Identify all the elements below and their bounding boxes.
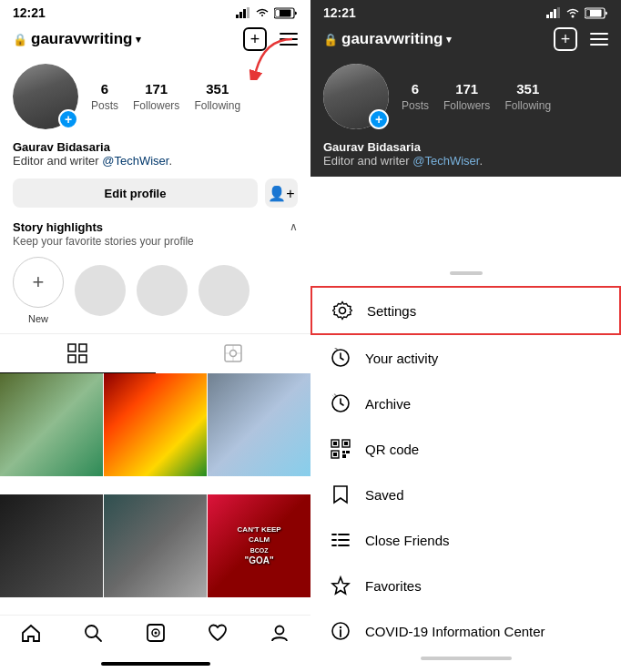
avatar-container: + — [13, 64, 78, 129]
nav-home[interactable] — [0, 623, 62, 643]
wifi-icon-right — [565, 7, 580, 18]
highlights-title: Story highlights — [13, 220, 194, 234]
star-icon — [331, 575, 351, 596]
highlight-circle-3[interactable] — [199, 265, 249, 316]
right-username-container[interactable]: 🔒 gauravwriting ▾ — [323, 30, 452, 48]
lock-icon: 🔒 — [13, 33, 27, 46]
bottom-nav — [0, 615, 310, 656]
menu-item-your-activity[interactable]: Your activity — [310, 335, 621, 381]
nav-likes[interactable] — [187, 623, 249, 643]
photo-grid: CAN'T KEEP CALM BCOZ "GOA" — [0, 373, 310, 615]
dimmed-bg: 12:21 — [310, 0, 621, 177]
right-profile-stats: 6 Posts 171 Followers 351 Following — [402, 81, 551, 113]
grid-cell-2[interactable] — [104, 373, 207, 476]
qr-code-icon — [329, 437, 352, 461]
right-followers-count: 171 — [443, 81, 490, 97]
chevron-down-icon: ▾ — [136, 34, 141, 46]
settings-label: Settings — [367, 303, 416, 319]
right-following-label: Following — [504, 99, 551, 112]
posts-label: Posts — [91, 99, 118, 112]
highlight-circle-2[interactable] — [137, 265, 188, 316]
right-following-stat[interactable]: 351 Following — [504, 81, 551, 113]
right-header-actions: + — [554, 27, 608, 51]
menu-item-qr-code[interactable]: QR code — [310, 426, 621, 472]
svg-line-15 — [97, 636, 102, 642]
highlight-circle-1[interactable] — [75, 265, 126, 316]
tab-grid[interactable] — [0, 334, 156, 373]
highlights-text: Story highlights Keep your favorite stor… — [13, 220, 194, 248]
menu-line-3 — [280, 44, 298, 46]
new-highlight-circle[interactable]: + — [13, 257, 64, 308]
qr-code-label: QR code — [365, 442, 419, 457]
grid-cell-3[interactable] — [208, 373, 310, 476]
grid-cell-4[interactable] — [0, 494, 103, 597]
menu-item-covid[interactable]: COVID-19 Information Center — [310, 608, 621, 654]
right-add-button[interactable]: + — [554, 27, 577, 51]
nav-reels[interactable] — [124, 623, 186, 643]
avatar-add-button[interactable]: + — [58, 109, 78, 129]
menu-line-2 — [280, 38, 298, 40]
profile-stats: 6 Posts 171 Followers 351 Following — [91, 81, 240, 113]
username-text: gauravwriting — [31, 30, 132, 48]
battery-icon-right — [585, 7, 608, 19]
menu-item-close-friends[interactable]: Close Friends — [310, 517, 621, 563]
right-menu-button[interactable] — [590, 33, 608, 46]
grid-icon — [67, 343, 87, 363]
nav-profile[interactable] — [249, 623, 310, 643]
svg-rect-21 — [550, 12, 553, 18]
edit-profile-button[interactable]: Edit profile — [13, 178, 258, 208]
right-posts-stat[interactable]: 6 Posts — [402, 81, 429, 113]
bookmark-icon — [331, 484, 351, 504]
menu-item-saved[interactable]: Saved — [310, 472, 621, 517]
svg-rect-35 — [344, 442, 348, 445]
bio-text-content: Editor and writer — [13, 154, 102, 168]
your-activity-label: Your activity — [365, 351, 438, 366]
grid-cell-1[interactable] — [0, 373, 103, 476]
svg-rect-8 — [68, 344, 76, 351]
username-container[interactable]: 🔒 gauravwriting ▾ — [13, 30, 141, 48]
followers-count: 171 — [133, 81, 179, 97]
right-following-count: 351 — [504, 81, 551, 97]
time-right: 12:21 — [323, 5, 356, 20]
right-lock-icon: 🔒 — [323, 33, 338, 46]
followers-stat[interactable]: 171 Followers — [133, 81, 179, 113]
right-posts-label: Posts — [402, 99, 429, 112]
svg-point-18 — [154, 632, 157, 635]
svg-point-13 — [229, 351, 236, 357]
posts-stat[interactable]: 6 Posts — [91, 81, 118, 113]
favorites-label: Favorites — [365, 578, 422, 594]
menu-item-archive[interactable]: Archive — [310, 381, 621, 426]
right-ig-header: 🔒 gauravwriting ▾ + — [310, 24, 621, 58]
home-indicator-left — [0, 656, 310, 672]
nav-search[interactable] — [62, 623, 124, 643]
covid-icon — [329, 619, 352, 643]
close-friends-label: Close Friends — [365, 533, 450, 548]
following-label: Following — [194, 99, 240, 112]
bio-section: Gaurav Bidasaria Editor and writer @Tech… — [0, 138, 310, 175]
add-content-button[interactable]: + — [243, 27, 267, 51]
status-icons-right — [546, 7, 608, 19]
right-avatar-add[interactable]: + — [369, 109, 389, 129]
menu-button[interactable] — [280, 33, 298, 46]
archive-svg-icon — [331, 393, 351, 413]
highlights-collapse-icon[interactable]: ∧ — [290, 220, 298, 233]
new-highlight-item[interactable]: + New — [13, 257, 64, 324]
svg-rect-27 — [586, 10, 590, 16]
tab-tagged[interactable] — [156, 334, 311, 373]
list-icon — [331, 530, 351, 550]
sheet-handle — [450, 271, 483, 275]
right-panel: 12:21 — [310, 0, 621, 672]
menu-item-settings[interactable]: Settings — [310, 286, 621, 335]
right-followers-stat[interactable]: 171 Followers — [443, 81, 490, 113]
menu-item-favorites[interactable]: Favorites — [310, 563, 621, 608]
svg-rect-39 — [342, 454, 346, 458]
header-actions: + — [243, 27, 298, 51]
bio-link[interactable]: @TechWiser — [102, 154, 168, 168]
svg-rect-3 — [247, 7, 249, 18]
grid-cell-5[interactable] — [104, 494, 207, 597]
add-person-button[interactable]: 👤+ — [265, 178, 298, 208]
grid-cell-6[interactable]: CAN'T KEEP CALM BCOZ "GOA" — [208, 494, 310, 597]
right-bio-link[interactable]: @TechWiser — [412, 154, 479, 168]
following-stat[interactable]: 351 Following — [194, 81, 240, 113]
archive-label: Archive — [365, 396, 411, 412]
